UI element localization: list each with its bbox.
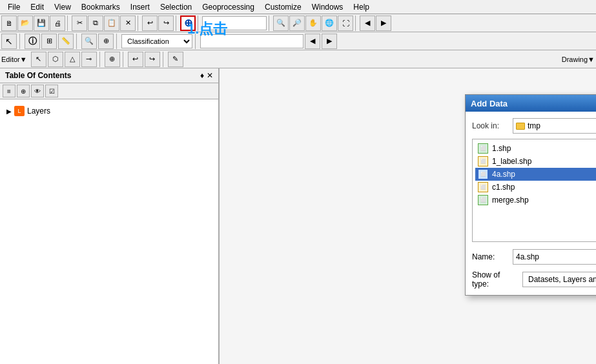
toolbar-row-2: ↖ ⓘ ⊞ 📏 🔍 ⊕ Classification ◀ ▶ xyxy=(0,32,596,50)
cut-btn[interactable]: ✂ xyxy=(72,15,87,31)
sep9 xyxy=(116,34,119,49)
file-name-4a: 4a.shp xyxy=(492,170,515,179)
menu-help[interactable]: Help xyxy=(348,1,375,13)
name-label: Name: xyxy=(472,252,508,261)
menu-file[interactable]: File xyxy=(3,1,25,13)
toolbar-row-3: Editor▼ ↖ ⬡ △ ⊸ ⊕ ↩ ↪ ✎ Drawing▼ xyxy=(0,50,596,68)
file-name-merge: merge.shp xyxy=(492,196,529,205)
snapping[interactable]: ⊕ xyxy=(105,52,120,67)
split[interactable]: ⊸ xyxy=(81,52,97,67)
full-extent-btn[interactable]: ⛶ xyxy=(338,15,353,31)
toc-header: Table Of Contents ♦ ✕ xyxy=(0,68,218,83)
dialog-title-bar: Add Data × xyxy=(466,95,596,112)
file-name-c1: c1.shp xyxy=(492,183,515,192)
name-input[interactable] xyxy=(513,249,596,265)
file-icon-1label: ⬜ xyxy=(478,156,488,167)
zoom-in-btn[interactable]: 🔍 xyxy=(273,15,289,31)
layers-icon: L xyxy=(14,106,25,116)
save-btn[interactable]: 💾 xyxy=(34,15,49,31)
type-combo[interactable]: Datasets, Layers and Results xyxy=(522,272,596,287)
lookin-combo[interactable]: tmp ▼ xyxy=(513,118,596,134)
edit-tool[interactable]: ↖ xyxy=(31,52,46,67)
toc-pin-btn[interactable]: ♦ xyxy=(200,71,204,80)
toc-toolbar: ≡ ⊕ 👁 ☑ xyxy=(0,83,218,99)
menu-bookmarks[interactable]: Bookmarks xyxy=(76,1,125,13)
map-area[interactable]: Add Data × Look in: tmp ▼ ⬆ 🏠 🔗 xyxy=(220,68,596,364)
file-item-1labelshp[interactable]: ⬜ 1_label.shp xyxy=(475,155,596,168)
reshape[interactable]: △ xyxy=(65,52,80,67)
toc-list-btn[interactable]: ≡ xyxy=(3,85,15,97)
info-btn[interactable]: ⓘ xyxy=(25,34,40,49)
delete-btn[interactable]: ✕ xyxy=(120,15,136,31)
classification-dropdown[interactable]: Classification xyxy=(121,34,192,48)
file-list[interactable]: ⬜ 1.shp ⬜ 1_label.shp ⬜ xyxy=(472,139,596,242)
add-data-dialog: Add Data × Look in: tmp ▼ ⬆ 🏠 🔗 xyxy=(465,94,596,296)
edit-vertices[interactable]: ⬡ xyxy=(48,52,63,67)
sketch[interactable]: ✎ xyxy=(168,52,183,67)
menu-windows[interactable]: Windows xyxy=(307,1,349,13)
toc-sel-btn[interactable]: ☑ xyxy=(45,85,58,97)
copy-btn[interactable]: ⧉ xyxy=(88,15,103,31)
new-btn[interactable]: 🗎 xyxy=(1,15,17,31)
file-item-4ashp[interactable]: ⬜ 4a.shp xyxy=(475,168,596,181)
dialog-body: Look in: tmp ▼ ⬆ 🏠 🔗 ▦ ⋯ 📁 🗑 xyxy=(466,112,596,295)
sep13 xyxy=(163,52,165,67)
type-label: Show of type: xyxy=(472,270,517,288)
sep12 xyxy=(123,52,125,67)
toc-body: ▶ L Layers xyxy=(0,99,218,364)
type-row: Show of type: Datasets, Layers and Resul… xyxy=(472,270,596,288)
sep5 xyxy=(269,15,271,31)
file-icon-4a: ⬜ xyxy=(478,169,488,179)
menu-insert[interactable]: Insert xyxy=(125,1,155,13)
file-name-1: 1.shp xyxy=(492,144,511,153)
sep11 xyxy=(99,52,102,67)
sep2 xyxy=(138,15,140,31)
menu-geoprocessing[interactable]: Geoprocessing xyxy=(197,1,260,13)
zoom-out-btn[interactable]: 🔎 xyxy=(289,15,305,31)
dialog-title: Add Data xyxy=(471,99,508,108)
find-btn[interactable]: ⊞ xyxy=(41,34,57,49)
menu-edit[interactable]: Edit xyxy=(25,1,49,13)
forward-btn[interactable]: ▶ xyxy=(376,15,391,31)
toc-vis-btn[interactable]: 👁 xyxy=(31,85,44,97)
layers-group[interactable]: ▶ L Layers xyxy=(5,105,213,117)
menu-customize[interactable]: Customize xyxy=(260,1,307,13)
editor-label: Editor▼ xyxy=(1,56,27,63)
paste-btn[interactable]: 📋 xyxy=(104,15,119,31)
pan-btn[interactable]: ✋ xyxy=(305,15,321,31)
file-icon-merge: ⬜ xyxy=(478,195,488,205)
class-forward[interactable]: ▶ xyxy=(322,34,337,49)
select-arrow[interactable]: ↖ xyxy=(1,34,17,49)
lookin-value: tmp xyxy=(528,121,540,130)
zoom-window[interactable]: 🔍 xyxy=(81,34,97,49)
lookin-label: Look in: xyxy=(472,121,508,130)
redo-btn[interactable]: ↪ xyxy=(158,15,174,31)
print-btn[interactable]: 🖨 xyxy=(50,15,65,31)
toc-panel: Table Of Contents ♦ ✕ ≡ ⊕ 👁 ☑ ▶ L Layers xyxy=(0,68,220,364)
toc-source-btn[interactable]: ⊕ xyxy=(17,85,30,97)
file-item-c1shp[interactable]: ⬜ c1.shp xyxy=(475,181,596,194)
open-btn[interactable]: 📂 xyxy=(17,15,33,31)
class-back[interactable]: ◀ xyxy=(305,34,320,49)
file-name-1label: 1_label.shp xyxy=(492,157,531,166)
drawing-label: Drawing▼ xyxy=(562,56,595,63)
file-icon-1: ⬜ xyxy=(478,143,488,154)
undo2[interactable]: ↩ xyxy=(128,52,143,67)
file-item-1shp[interactable]: ⬜ 1.shp xyxy=(475,142,596,155)
menu-view[interactable]: View xyxy=(49,1,76,13)
back-btn[interactable]: ◀ xyxy=(360,15,375,31)
sep8 xyxy=(76,34,79,49)
lookin-row: Look in: tmp ▼ ⬆ 🏠 🔗 ▦ ⋯ 📁 🗑 xyxy=(472,118,596,134)
measure-btn[interactable]: 📏 xyxy=(58,34,74,49)
zoom-layer[interactable]: ⊕ xyxy=(98,34,114,49)
globe-btn[interactable]: 🌐 xyxy=(322,15,337,31)
redo2[interactable]: ↪ xyxy=(145,52,160,67)
sep7 xyxy=(19,34,22,49)
menu-selection[interactable]: Selection xyxy=(155,1,197,13)
sep1 xyxy=(67,15,70,31)
undo-btn[interactable]: ↩ xyxy=(142,15,158,31)
folder-icon xyxy=(516,123,525,130)
file-item-mergeshp[interactable]: ⬜ merge.shp xyxy=(475,194,596,207)
layers-label: Layers xyxy=(27,106,50,116)
toc-close-btn[interactable]: ✕ xyxy=(207,71,213,80)
